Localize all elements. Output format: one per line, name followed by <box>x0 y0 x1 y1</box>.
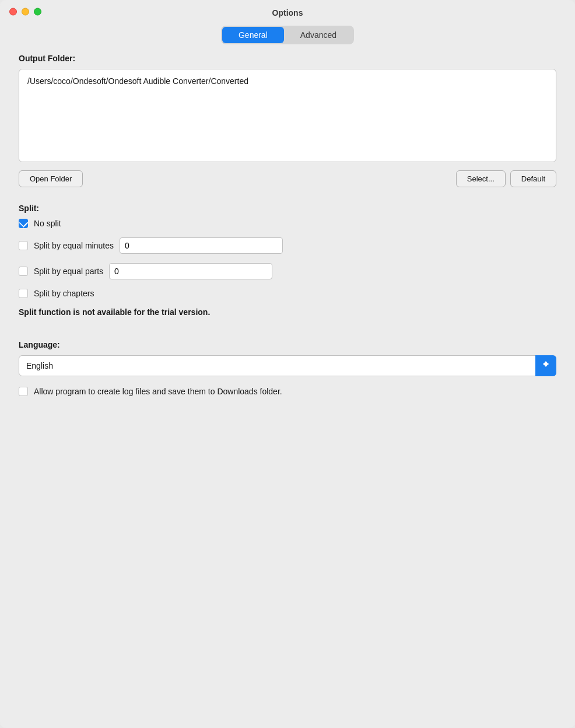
button-row: Open Folder Select... Default <box>19 170 556 187</box>
tab-general[interactable]: General <box>222 27 284 43</box>
no-split-label: No split <box>34 219 61 228</box>
split-parts-input[interactable] <box>109 263 272 279</box>
split-chapters-label: Split by chapters <box>34 289 94 298</box>
title-bar: Options <box>0 0 575 23</box>
tab-container: General Advanced <box>221 26 354 44</box>
default-button[interactable]: Default <box>510 170 556 187</box>
no-split-checkbox[interactable] <box>19 219 28 228</box>
output-folder-label: Output Folder: <box>19 54 556 63</box>
log-files-checkbox[interactable] <box>19 387 28 396</box>
split-label: Split: <box>19 204 556 213</box>
split-section: Split: No split Split by equal minutes S… <box>19 204 556 317</box>
language-select[interactable]: English French German Spanish Italian Po… <box>19 355 556 376</box>
split-minutes-option: Split by equal minutes <box>19 237 556 254</box>
main-window: Options General Advanced Output Folder: … <box>0 0 575 728</box>
split-chapters-option: Split by chapters <box>19 289 556 298</box>
tab-bar: General Advanced <box>0 26 575 44</box>
tab-advanced[interactable]: Advanced <box>284 27 353 43</box>
log-option: Allow program to create log files and sa… <box>19 387 556 396</box>
split-minutes-input[interactable] <box>120 237 283 254</box>
traffic-lights <box>9 8 41 16</box>
language-label: Language: <box>19 340 556 349</box>
close-button[interactable] <box>9 8 17 16</box>
minimize-button[interactable] <box>22 8 29 16</box>
split-parts-checkbox[interactable] <box>19 267 28 276</box>
no-split-option: No split <box>19 219 556 228</box>
right-buttons: Select... Default <box>456 170 556 187</box>
split-minutes-label: Split by equal minutes <box>34 241 114 250</box>
language-select-wrapper: English French German Spanish Italian Po… <box>19 355 556 376</box>
select-button[interactable]: Select... <box>456 170 506 187</box>
split-parts-label: Split by equal parts <box>34 267 103 276</box>
open-folder-button[interactable]: Open Folder <box>19 170 83 187</box>
log-files-label: Allow program to create log files and sa… <box>34 387 282 396</box>
split-parts-option: Split by equal parts <box>19 263 556 279</box>
language-section: Language: English French German Spanish … <box>19 340 556 396</box>
split-chapters-checkbox[interactable] <box>19 289 28 298</box>
window-title: Options <box>272 8 303 18</box>
trial-note: Split function is not available for the … <box>19 307 556 317</box>
content-area: Output Folder: Open Folder Select... Def… <box>0 54 575 415</box>
split-minutes-checkbox[interactable] <box>19 241 28 250</box>
maximize-button[interactable] <box>34 8 41 16</box>
output-folder-input[interactable] <box>19 69 556 162</box>
